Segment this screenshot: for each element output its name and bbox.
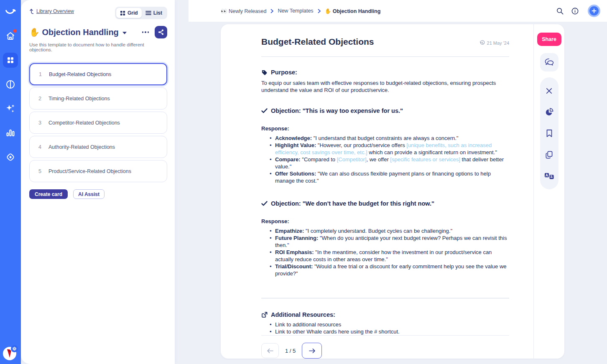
bullet-item: Trial/Discount: "Would a free trial or a… <box>275 263 509 277</box>
objection1-heading-label: Objection: "This is way too expensive fo… <box>271 107 403 114</box>
ai-assist-button[interactable]: AI Assist <box>73 189 105 199</box>
template-description: Use this template to document how to han… <box>29 42 167 52</box>
pie-chart-icon <box>545 107 554 117</box>
card-list-item[interactable]: 5 Product/Service-Related Objections <box>29 160 167 182</box>
integrations-icon[interactable] <box>3 150 18 165</box>
breadcrumb: 👀 Newly Released New Templates ✋ Objecti… <box>221 8 380 14</box>
back-link-label: Library Overview <box>36 8 74 14</box>
create-card-button[interactable]: Create card <box>29 189 68 199</box>
search-icon[interactable] <box>553 5 566 17</box>
card-list-item[interactable]: 4 Authority-Related Objections <box>29 136 167 158</box>
analytics-button[interactable] <box>541 104 558 120</box>
card-label: Product/Service-Related Objections <box>48 168 131 174</box>
card-list-item[interactable]: 3 Competitor-Related Objections <box>29 112 167 134</box>
close-icon <box>546 87 553 94</box>
document-content: Budget-Related Objections 21 May '24 Pur… <box>221 24 533 359</box>
last-edited-date: 21 May '24 <box>487 41 509 46</box>
close-button[interactable] <box>541 82 558 99</box>
card-label: Timing-Related Objections <box>48 96 110 102</box>
split-view-icon[interactable] <box>3 77 18 92</box>
tool-stack <box>540 77 559 189</box>
share-nodes-icon <box>158 29 164 36</box>
whale-logo-icon[interactable] <box>3 4 18 19</box>
objection1-heading: Objection: "This is way too expensive fo… <box>261 107 509 114</box>
plus-icon <box>589 6 599 15</box>
breadcrumb-item[interactable]: New Templates <box>278 8 313 14</box>
ai-sparkles-icon[interactable] <box>3 101 18 116</box>
response-label: Response: <box>261 125 509 132</box>
chevron-right-icon <box>270 9 274 13</box>
card-list: 1 Budget-Related Objections 2 Timing-Rel… <box>29 63 167 182</box>
nav-grid-view-active[interactable] <box>3 53 18 68</box>
last-edited: 21 May '24 <box>479 40 509 46</box>
view-toggle: Grid List <box>115 7 167 19</box>
info-icon[interactable] <box>569 5 581 17</box>
card-list-item[interactable]: 1 Budget-Related Objections <box>29 63 167 85</box>
grid-label: Grid <box>128 10 138 16</box>
bullet-item: Highlight Value: "However, our product/s… <box>275 142 509 156</box>
bullet-item: Future Planning: "When do you anticipate… <box>275 234 509 249</box>
objection1-bullets: Acknowledge: "I understand that budget c… <box>261 135 509 184</box>
card-number: 2 <box>38 96 41 102</box>
tool-rail: Share <box>533 24 564 359</box>
template-sidebar: Library Overview Grid List ✋ Objection H… <box>21 0 175 364</box>
document-title: Budget-Related Objections <box>261 37 374 47</box>
divider <box>261 56 509 57</box>
library-overview-link[interactable]: Library Overview <box>29 8 74 14</box>
next-page-button[interactable] <box>302 343 322 359</box>
comments-icon <box>544 58 555 67</box>
card-number: 3 <box>38 120 41 126</box>
copy-button[interactable] <box>541 146 558 163</box>
response-label: Response: <box>261 218 509 224</box>
card-number: 4 <box>38 144 41 150</box>
purpose-text: To equip our sales team with effective r… <box>261 79 509 94</box>
comments-button[interactable] <box>540 53 559 71</box>
bookmark-icon <box>546 129 553 137</box>
section-divider <box>261 298 509 298</box>
translate-icon <box>544 173 554 180</box>
bookmark-button[interactable] <box>541 125 558 142</box>
list-label: List <box>153 10 162 16</box>
breadcrumb-current: ✋ Objection Handling <box>325 8 381 14</box>
previous-page-button[interactable] <box>261 343 279 358</box>
up-curve-arrow-icon <box>29 8 34 14</box>
purpose-heading-label: Purpose: <box>271 69 297 76</box>
arrow-left-icon <box>267 348 274 354</box>
page-indicator: 1 / 5 <box>285 348 296 354</box>
breadcrumb-item[interactable]: 👀 Newly Released <box>221 8 266 14</box>
chevron-right-icon <box>317 9 321 13</box>
resources-heading: Additional Resources: <box>261 311 509 318</box>
check-icon <box>261 108 268 113</box>
bullet-item: Compare: "Compared to [Competitor], we o… <box>275 156 509 170</box>
bullet-item: Link to other Whale cards here using the… <box>275 328 509 335</box>
card-label: Competitor-Related Objections <box>48 120 120 126</box>
grid-icon <box>120 10 125 16</box>
objection2-bullets: Empathize: "I completely understand. Bud… <box>261 227 509 277</box>
chevron-down-icon[interactable] <box>122 32 127 34</box>
settings-gear-icon[interactable] <box>11 345 18 352</box>
more-options-button[interactable] <box>142 31 149 33</box>
purpose-heading: Purpose: <box>261 69 509 76</box>
card-list-item[interactable]: 2 Timing-Related Objections <box>29 87 167 109</box>
home-icon[interactable] <box>3 28 18 43</box>
share-template-button[interactable] <box>155 26 167 38</box>
card-label: Budget-Related Objections <box>49 71 111 77</box>
grid-view-button[interactable]: Grid <box>116 8 142 18</box>
objection2-heading-label: Objection: "We don't have the budget for… <box>271 200 434 207</box>
share-button[interactable]: Share <box>537 33 561 46</box>
add-button[interactable] <box>588 5 600 17</box>
card-label: Authority-Related Objections <box>48 144 115 150</box>
analytics-icon[interactable] <box>3 125 18 140</box>
objection2-heading: Objection: "We don't have the budget for… <box>261 200 509 207</box>
app-rail <box>0 0 21 364</box>
tag-icon <box>261 69 268 76</box>
copy-icon <box>545 150 553 159</box>
check-icon <box>261 201 268 206</box>
translate-button[interactable] <box>541 168 558 184</box>
resources-bullets: Link to additional resourcesLink to othe… <box>261 321 509 335</box>
template-title: ✋ Objection Handling <box>29 27 119 37</box>
list-view-button[interactable]: List <box>142 8 166 18</box>
external-link-icon <box>261 312 268 318</box>
bullet-item: Acknowledge: "I understand that budget c… <box>275 135 509 142</box>
notification-dot <box>13 29 17 33</box>
